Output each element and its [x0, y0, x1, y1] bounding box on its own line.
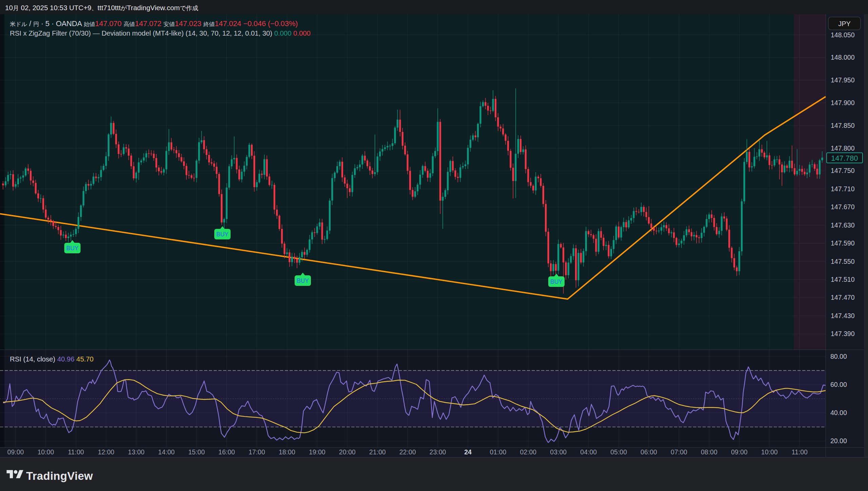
svg-text:01:00: 01:00 — [490, 448, 506, 456]
svg-text:BUY: BUY — [297, 277, 309, 284]
svg-text:06:00: 06:00 — [640, 448, 657, 456]
svg-text:08:00: 08:00 — [701, 448, 717, 456]
svg-text:19:00: 19:00 — [309, 448, 326, 456]
svg-text:147.550: 147.550 — [831, 258, 855, 265]
svg-text:JPY: JPY — [838, 20, 851, 27]
svg-text:BUY: BUY — [66, 245, 79, 252]
svg-text:BUY: BUY — [216, 231, 229, 238]
svg-text:147.950: 147.950 — [831, 76, 855, 84]
svg-text:147.850: 147.850 — [831, 122, 855, 129]
svg-text:147.780: 147.780 — [831, 154, 858, 162]
svg-text:15:00: 15:00 — [188, 448, 205, 456]
svg-text:16:00: 16:00 — [218, 448, 235, 456]
svg-text:21:00: 21:00 — [369, 448, 386, 456]
svg-text:148.000: 148.000 — [831, 54, 855, 61]
svg-text:40.00: 40.00 — [830, 409, 847, 416]
svg-text:22:00: 22:00 — [399, 448, 416, 456]
svg-text:11:00: 11:00 — [68, 448, 84, 456]
svg-text:147.430: 147.430 — [831, 312, 855, 319]
svg-text:147.710: 147.710 — [831, 185, 855, 193]
svg-text:60.00: 60.00 — [830, 381, 847, 388]
svg-text:05:00: 05:00 — [610, 448, 627, 456]
svg-text:17:00: 17:00 — [249, 448, 265, 456]
svg-text:148.050: 148.050 — [831, 31, 855, 39]
svg-text:24: 24 — [464, 448, 472, 456]
svg-text:147.670: 147.670 — [831, 203, 855, 211]
svg-text:20:00: 20:00 — [339, 448, 356, 456]
svg-text:147.390: 147.390 — [831, 330, 855, 337]
svg-text:80.00: 80.00 — [830, 353, 847, 360]
svg-text:18:00: 18:00 — [279, 448, 295, 456]
svg-text:147.750: 147.750 — [831, 167, 855, 174]
svg-text:12:00: 12:00 — [98, 448, 114, 456]
svg-text:BUY: BUY — [550, 278, 563, 285]
svg-text:RSI x ZigZag Filter (70/30) —: RSI x ZigZag Filter (70/30) — Deviation … — [10, 29, 311, 37]
svg-text:03:00: 03:00 — [550, 448, 567, 456]
svg-text:09:00: 09:00 — [7, 448, 24, 456]
svg-text:20.00: 20.00 — [830, 437, 847, 445]
svg-text:02:00: 02:00 — [520, 448, 536, 456]
svg-text:10月 02, 2025 10:53 UTC+9、ttt71: 10月 02, 2025 10:53 UTC+9、ttt710tttがTradi… — [5, 4, 198, 12]
svg-text:23:00: 23:00 — [430, 448, 446, 456]
svg-text:147.590: 147.590 — [831, 239, 855, 247]
svg-text:147.510: 147.510 — [831, 276, 855, 283]
svg-text:10:00: 10:00 — [761, 448, 778, 456]
svg-text:11:00: 11:00 — [792, 448, 808, 456]
svg-text:14:00: 14:00 — [158, 448, 175, 456]
svg-text:RSI (14, close) 40.96 45.70: RSI (14, close) 40.96 45.70 — [10, 355, 94, 363]
svg-text:13:00: 13:00 — [128, 448, 144, 456]
svg-text:07:00: 07:00 — [671, 448, 687, 456]
svg-text:147.470: 147.470 — [831, 294, 855, 301]
svg-text:09:00: 09:00 — [731, 448, 748, 456]
svg-text:147.900: 147.900 — [831, 99, 855, 106]
svg-text:04:00: 04:00 — [580, 448, 597, 456]
svg-text:米ドル / 円 · 5 · OANDA 始値147.070: 米ドル / 円 · 5 · OANDA 始値147.070 高値147.072 … — [10, 19, 298, 28]
svg-text:TradingView: TradingView — [26, 470, 93, 482]
svg-text:10:00: 10:00 — [37, 448, 54, 456]
svg-text:147.800: 147.800 — [831, 144, 855, 152]
svg-text:147.630: 147.630 — [831, 221, 855, 229]
